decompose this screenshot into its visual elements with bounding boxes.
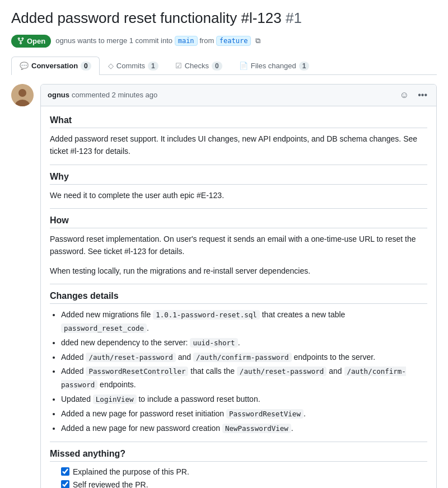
- content-area: ognus commented 2 minutes ago ☺ ••• What…: [11, 84, 437, 488]
- tab-conversation[interactable]: 💬 Conversation 0: [11, 57, 100, 75]
- page-title: Added password reset functionality #l-12…: [11, 9, 437, 28]
- conversation-icon: 💬: [20, 62, 29, 70]
- more-options-button[interactable]: •••: [416, 89, 430, 101]
- what-body: Added password reset support. It include…: [50, 133, 427, 158]
- pr-title-text: Added password reset functionality #l-12…: [11, 10, 282, 26]
- comment-header-left: ognus commented 2 minutes ago: [48, 91, 157, 99]
- base-branch[interactable]: main: [175, 36, 198, 46]
- comment-timestamp: 2 minutes ago: [112, 91, 158, 99]
- open-status-badge: Open: [11, 35, 51, 48]
- why-heading: Why: [50, 172, 427, 185]
- changes-heading: Changes details: [50, 291, 427, 304]
- comment-header: ognus commented 2 minutes ago ☺ •••: [41, 85, 436, 106]
- commits-icon: ◇: [108, 62, 114, 70]
- svg-point-1: [18, 89, 26, 97]
- comment-box: ognus commented 2 minutes ago ☺ ••• What…: [40, 84, 437, 488]
- list-item: Added a new page for password reset init…: [61, 407, 427, 421]
- merge-icon: [17, 37, 25, 45]
- checklist-label-1: Explained the purpose of this PR.: [73, 466, 189, 478]
- list-item: Updated LoginView to include a password …: [61, 393, 427, 406]
- list-item: dded new dependency to the server: uuid-…: [61, 336, 427, 350]
- meta-description: ognus wants to merge 1 commit into: [55, 36, 172, 45]
- tabs-row: 💬 Conversation 0 ◇ Commits 1 ☑ Checks 0 …: [11, 57, 437, 75]
- emoji-reaction-button[interactable]: ☺: [398, 89, 411, 101]
- checklist-checkbox-1[interactable]: [61, 467, 69, 476]
- missed-heading: Missed anything?: [50, 449, 427, 462]
- how-heading: How: [50, 215, 427, 228]
- tab-commits-count: 1: [148, 62, 158, 71]
- avatar: [11, 84, 34, 106]
- how-body2: When testing locally, run the migrations…: [50, 265, 427, 277]
- tab-commits[interactable]: ◇ Commits 1: [100, 57, 167, 75]
- comment-author[interactable]: ognus: [48, 91, 69, 99]
- list-item: Added /auth/reset-password and /auth/con…: [61, 351, 427, 364]
- status-label-text: Open: [27, 37, 45, 45]
- comment-action-time: commented 2 minutes ago: [72, 91, 157, 99]
- tab-files-label: Files changed: [251, 62, 296, 70]
- list-item: Added new migrations file 1.0.1-password…: [61, 308, 427, 335]
- list-item: Added PasswordResetController that calls…: [61, 365, 427, 392]
- tab-files-count: 1: [299, 62, 310, 71]
- tab-conversation-count: 0: [81, 62, 91, 71]
- files-icon: 📄: [239, 62, 248, 70]
- checklist-label-2: Self reviewed the PR.: [73, 479, 148, 488]
- pr-meta-text: ognus wants to merge 1 commit into main …: [55, 36, 251, 46]
- tab-checks-count: 0: [212, 62, 222, 71]
- checks-icon: ☑: [175, 62, 182, 70]
- checklist-checkbox-2[interactable]: [61, 480, 69, 488]
- how-body1: Password reset implementation. On user's…: [50, 233, 427, 258]
- copy-branch-icon[interactable]: ⧉: [255, 36, 260, 45]
- tab-files-changed[interactable]: 📄 Files changed 1: [231, 57, 318, 75]
- comment-action: commented: [72, 91, 110, 99]
- tab-checks[interactable]: ☑ Checks 0: [167, 57, 231, 75]
- compare-branch[interactable]: feature: [216, 36, 251, 46]
- changes-list: Added new migrations file 1.0.1-password…: [61, 308, 427, 435]
- tab-conversation-label: Conversation: [31, 62, 78, 70]
- comment-body: What Added password reset support. It in…: [41, 106, 436, 488]
- tab-commits-label: Commits: [116, 62, 145, 70]
- comment-header-right: ☺ •••: [398, 89, 430, 101]
- checklist-item-2: Self reviewed the PR.: [61, 479, 427, 488]
- pr-status-row: Open ognus wants to merge 1 commit into …: [11, 35, 437, 48]
- list-item: Added a new page for new password creati…: [61, 422, 427, 435]
- why-body: We need it to complete the user auth epi…: [50, 189, 427, 201]
- checklist: Explained the purpose of this PR. Self r…: [61, 466, 427, 488]
- what-heading: What: [50, 115, 427, 128]
- checklist-item-1: Explained the purpose of this PR.: [61, 466, 427, 478]
- tab-checks-label: Checks: [185, 62, 209, 70]
- pr-number: #1: [286, 10, 302, 26]
